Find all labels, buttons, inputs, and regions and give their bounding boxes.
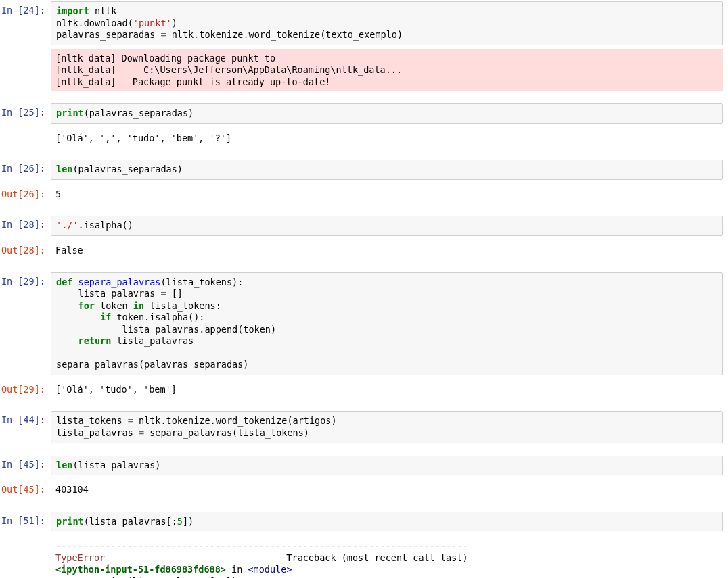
output-result: ['Olá', 'tudo', 'bem'] xyxy=(51,381,723,400)
output-prompt: Out[28]: xyxy=(0,241,51,260)
code-cell-51: In [51]: print(lista_palavras[:5]) xyxy=(0,510,728,533)
input-prompt: In [28]: xyxy=(0,216,51,235)
output-result: 5 xyxy=(51,185,723,204)
input-prompt: In [25]: xyxy=(0,103,51,122)
code-input[interactable]: lista_tokens = nltk.tokenize.word_tokeni… xyxy=(51,411,723,443)
output-row-28: Out[28]: False xyxy=(0,240,728,262)
empty-prompt xyxy=(0,537,51,544)
code-cell-28: In [28]: './'.isalpha() xyxy=(0,214,728,237)
code-input[interactable]: len(lista_palavras) xyxy=(51,456,723,476)
output-stdout: ['Olá', ',', 'tudo', 'bem', '?'] xyxy=(51,129,723,148)
output-row-25: ['Olá', ',', 'tudo', 'bem', '?'] xyxy=(0,128,728,149)
input-prompt: In [45]: xyxy=(0,456,51,475)
code-input[interactable]: print(lista_palavras[:5]) xyxy=(51,512,723,532)
empty-prompt xyxy=(0,129,51,136)
code-cell-26: In [26]: len(palavras_separadas) xyxy=(0,158,728,181)
code-input[interactable]: len(palavras_separadas) xyxy=(51,160,723,180)
code-cell-44: In [44]: lista_tokens = nltk.tokenize.wo… xyxy=(0,410,728,444)
input-prompt: In [51]: xyxy=(0,512,51,531)
output-traceback: ----------------------------------------… xyxy=(51,537,723,578)
notebook-container: In [24]: import nltk nltk.download('punk… xyxy=(0,0,728,578)
output-stderr: [nltk_data] Downloading package punkt to… xyxy=(51,49,723,92)
output-row-45: Out[45]: 403104 xyxy=(0,479,728,501)
output-row-26: Out[26]: 5 xyxy=(0,184,728,206)
output-prompt: Out[26]: xyxy=(0,185,51,204)
output-prompt: Out[45]: xyxy=(0,481,51,500)
code-cell-29: In [29]: def separa_palavras(lista_token… xyxy=(0,271,728,377)
code-cell-24: In [24]: import nltk nltk.download('punk… xyxy=(0,0,728,93)
input-prompt: In [24]: xyxy=(0,1,51,20)
output-result: False xyxy=(51,241,723,260)
code-input[interactable]: def separa_palavras(lista_tokens): lista… xyxy=(51,272,723,375)
code-cell-45: In [45]: len(lista_palavras) xyxy=(0,454,728,477)
code-input[interactable]: print(palavras_separadas) xyxy=(51,103,723,124)
input-prompt: In [44]: xyxy=(0,411,51,430)
output-row-51: ----------------------------------------… xyxy=(0,535,728,578)
output-prompt: Out[29]: xyxy=(0,381,51,400)
output-row-29: Out[29]: ['Olá', 'tudo', 'bem'] xyxy=(0,379,728,401)
input-prompt: In [26]: xyxy=(0,160,51,178)
input-prompt: In [29]: xyxy=(0,272,51,291)
output-result: 403104 xyxy=(51,481,723,500)
code-input[interactable]: './'.isalpha() xyxy=(51,216,723,236)
code-cell-25: In [25]: print(palavras_separadas) xyxy=(0,102,728,125)
code-input[interactable]: import nltk nltk.download('punkt') palav… xyxy=(51,1,723,45)
